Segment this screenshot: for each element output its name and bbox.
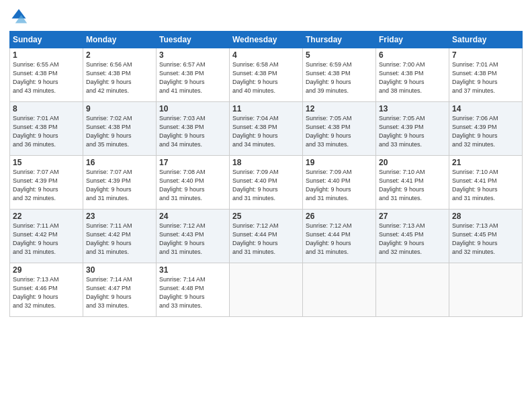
calendar-cell: 7Sunrise: 7:01 AMSunset: 4:38 PMDaylight…	[449, 48, 523, 102]
day-number: 9	[86, 104, 153, 113]
calendar-week-2: 8Sunrise: 7:01 AMSunset: 4:38 PMDaylight…	[10, 102, 523, 156]
calendar-cell: 21Sunrise: 7:10 AMSunset: 4:41 PMDayligh…	[449, 156, 523, 210]
sunset-text: Sunset: 4:41 PM	[452, 177, 519, 185]
daylight-line1: Daylight: 9 hours	[159, 293, 226, 302]
sunset-text: Sunset: 4:39 PM	[13, 177, 80, 185]
calendar-cell: 24Sunrise: 7:12 AMSunset: 4:43 PMDayligh…	[157, 210, 230, 263]
daylight-line1: Daylight: 9 hours	[13, 239, 80, 248]
calendar-cell: 3Sunrise: 6:57 AMSunset: 4:38 PMDaylight…	[157, 48, 230, 102]
sunset-text: Sunset: 4:40 PM	[232, 177, 300, 185]
calendar-cell: 15Sunrise: 7:07 AMSunset: 4:39 PMDayligh…	[10, 156, 83, 210]
svg-marker-0	[12, 9, 26, 19]
daylight-line1: Daylight: 9 hours	[13, 132, 80, 140]
calendar-cell: 17Sunrise: 7:08 AMSunset: 4:40 PMDayligh…	[157, 156, 230, 210]
sunrise-text: Sunrise: 7:01 AM	[452, 60, 519, 69]
calendar-cell: 14Sunrise: 7:06 AMSunset: 4:39 PMDayligh…	[449, 102, 523, 156]
day-number: 29	[13, 265, 80, 275]
day-info: Sunrise: 7:12 AMSunset: 4:44 PMDaylight:…	[306, 222, 373, 257]
sunrise-text: Sunrise: 7:14 AM	[159, 275, 226, 284]
day-number: 26	[306, 212, 373, 221]
sunrise-text: Sunrise: 7:04 AM	[232, 114, 300, 123]
day-number: 1	[13, 50, 80, 60]
sunset-text: Sunset: 4:38 PM	[86, 123, 153, 132]
daylight-line1: Daylight: 9 hours	[13, 293, 80, 302]
day-info: Sunrise: 7:09 AMSunset: 4:40 PMDaylight:…	[232, 168, 300, 203]
day-info: Sunrise: 7:05 AMSunset: 4:38 PMDaylight:…	[306, 114, 373, 149]
day-number: 21	[452, 158, 519, 167]
header	[9, 7, 523, 26]
daylight-line1: Daylight: 9 hours	[452, 239, 519, 248]
page: SundayMondayTuesdayWednesdayThursdayFrid…	[0, 0, 532, 411]
logo	[9, 7, 31, 26]
weekday-header-thursday: Thursday	[303, 32, 376, 48]
calendar-cell: 18Sunrise: 7:09 AMSunset: 4:40 PMDayligh…	[230, 156, 303, 210]
daylight-line2: and 31 minutes.	[159, 248, 226, 257]
sunset-text: Sunset: 4:38 PM	[232, 69, 300, 78]
weekday-header-tuesday: Tuesday	[157, 32, 230, 48]
day-number: 31	[159, 265, 226, 275]
daylight-line1: Daylight: 9 hours	[452, 132, 519, 140]
calendar-cell	[303, 263, 376, 317]
sunrise-text: Sunrise: 7:07 AM	[86, 168, 153, 177]
weekday-header-row: SundayMondayTuesdayWednesdayThursdayFrid…	[10, 32, 523, 48]
daylight-line1: Daylight: 9 hours	[232, 132, 300, 140]
sunrise-text: Sunrise: 7:12 AM	[159, 222, 226, 230]
daylight-line2: and 35 minutes.	[86, 140, 153, 149]
daylight-line2: and 43 minutes.	[13, 87, 80, 95]
daylight-line2: and 32 minutes.	[452, 248, 519, 257]
sunrise-text: Sunrise: 7:01 AM	[13, 114, 80, 123]
calendar-cell: 9Sunrise: 7:02 AMSunset: 4:38 PMDaylight…	[83, 102, 157, 156]
day-info: Sunrise: 7:01 AMSunset: 4:38 PMDaylight:…	[452, 60, 519, 95]
daylight-line2: and 31 minutes.	[159, 194, 226, 203]
day-number: 24	[159, 212, 226, 221]
day-number: 12	[306, 104, 373, 113]
day-info: Sunrise: 7:11 AMSunset: 4:42 PMDaylight:…	[13, 222, 80, 257]
day-number: 13	[379, 104, 446, 113]
day-number: 4	[232, 50, 300, 60]
day-info: Sunrise: 7:09 AMSunset: 4:40 PMDaylight:…	[306, 168, 373, 203]
sunset-text: Sunset: 4:38 PM	[379, 69, 446, 78]
daylight-line1: Daylight: 9 hours	[379, 185, 446, 194]
day-number: 28	[452, 212, 519, 221]
daylight-line1: Daylight: 9 hours	[86, 293, 153, 302]
calendar-cell: 23Sunrise: 7:11 AMSunset: 4:42 PMDayligh…	[83, 210, 157, 263]
daylight-line2: and 31 minutes.	[452, 194, 519, 203]
daylight-line2: and 31 minutes.	[13, 248, 80, 257]
day-number: 25	[232, 212, 300, 221]
day-number: 20	[379, 158, 446, 167]
calendar-table: SundayMondayTuesdayWednesdayThursdayFrid…	[9, 31, 523, 317]
day-number: 5	[306, 50, 373, 60]
calendar-cell	[376, 263, 449, 317]
day-info: Sunrise: 7:13 AMSunset: 4:45 PMDaylight:…	[452, 222, 519, 257]
calendar-cell: 6Sunrise: 7:00 AMSunset: 4:38 PMDaylight…	[376, 48, 449, 102]
sunset-text: Sunset: 4:38 PM	[13, 69, 80, 78]
day-number: 14	[452, 104, 519, 113]
calendar-cell: 26Sunrise: 7:12 AMSunset: 4:44 PMDayligh…	[303, 210, 376, 263]
day-info: Sunrise: 7:14 AMSunset: 4:47 PMDaylight:…	[86, 275, 153, 310]
logo-icon	[9, 7, 28, 26]
day-number: 2	[86, 50, 153, 60]
calendar-cell: 31Sunrise: 7:14 AMSunset: 4:48 PMDayligh…	[157, 263, 230, 317]
day-number: 30	[86, 265, 153, 275]
daylight-line2: and 42 minutes.	[86, 87, 153, 95]
calendar-week-3: 15Sunrise: 7:07 AMSunset: 4:39 PMDayligh…	[10, 156, 523, 210]
daylight-line2: and 31 minutes.	[86, 248, 153, 257]
sunrise-text: Sunrise: 7:13 AM	[13, 275, 80, 284]
sunrise-text: Sunrise: 7:10 AM	[379, 168, 446, 177]
day-number: 17	[159, 158, 226, 167]
day-number: 10	[159, 104, 226, 113]
daylight-line2: and 31 minutes.	[232, 248, 300, 257]
sunrise-text: Sunrise: 7:13 AM	[452, 222, 519, 230]
daylight-line2: and 31 minutes.	[306, 194, 373, 203]
daylight-line1: Daylight: 9 hours	[379, 132, 446, 140]
sunset-text: Sunset: 4:38 PM	[86, 69, 153, 78]
sunset-text: Sunset: 4:38 PM	[159, 123, 226, 132]
daylight-line2: and 32 minutes.	[13, 302, 80, 310]
sunset-text: Sunset: 4:45 PM	[379, 230, 446, 239]
daylight-line1: Daylight: 9 hours	[232, 78, 300, 87]
calendar-cell: 25Sunrise: 7:12 AMSunset: 4:44 PMDayligh…	[230, 210, 303, 263]
daylight-line1: Daylight: 9 hours	[159, 78, 226, 87]
sunrise-text: Sunrise: 7:11 AM	[86, 222, 153, 230]
day-info: Sunrise: 7:10 AMSunset: 4:41 PMDaylight:…	[379, 168, 446, 203]
daylight-line2: and 33 minutes.	[306, 140, 373, 149]
